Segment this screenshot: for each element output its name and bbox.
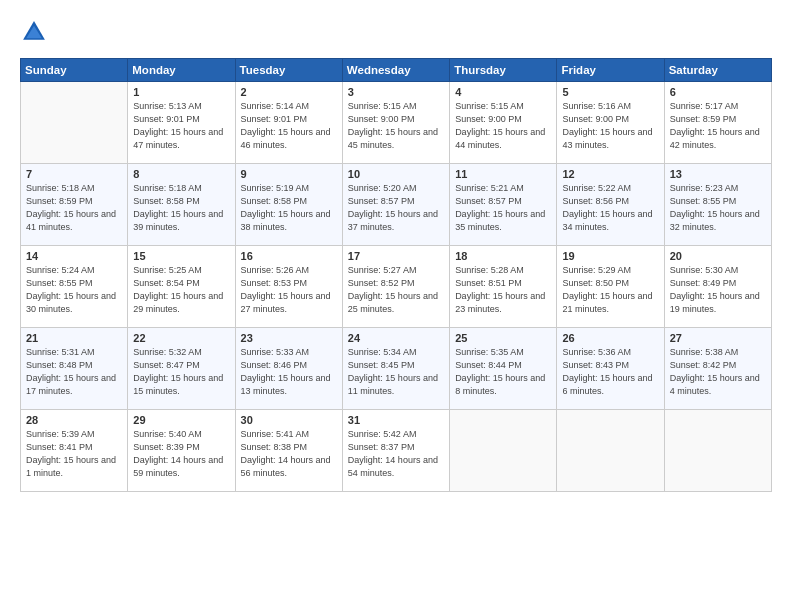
calendar-cell: 28Sunrise: 5:39 AMSunset: 8:41 PMDayligh… bbox=[21, 410, 128, 492]
cell-info: Sunrise: 5:27 AMSunset: 8:52 PMDaylight:… bbox=[348, 265, 438, 314]
cell-info: Sunrise: 5:41 AMSunset: 8:38 PMDaylight:… bbox=[241, 429, 331, 478]
day-number: 28 bbox=[26, 414, 122, 426]
calendar-cell: 5Sunrise: 5:16 AMSunset: 9:00 PMDaylight… bbox=[557, 82, 664, 164]
calendar-cell: 30Sunrise: 5:41 AMSunset: 8:38 PMDayligh… bbox=[235, 410, 342, 492]
header-cell-monday: Monday bbox=[128, 59, 235, 82]
week-row-1: 1Sunrise: 5:13 AMSunset: 9:01 PMDaylight… bbox=[21, 82, 772, 164]
cell-info: Sunrise: 5:30 AMSunset: 8:49 PMDaylight:… bbox=[670, 265, 760, 314]
calendar-cell: 23Sunrise: 5:33 AMSunset: 8:46 PMDayligh… bbox=[235, 328, 342, 410]
header-cell-sunday: Sunday bbox=[21, 59, 128, 82]
header-row: SundayMondayTuesdayWednesdayThursdayFrid… bbox=[21, 59, 772, 82]
calendar-cell: 26Sunrise: 5:36 AMSunset: 8:43 PMDayligh… bbox=[557, 328, 664, 410]
cell-info: Sunrise: 5:32 AMSunset: 8:47 PMDaylight:… bbox=[133, 347, 223, 396]
cell-info: Sunrise: 5:39 AMSunset: 8:41 PMDaylight:… bbox=[26, 429, 116, 478]
day-number: 5 bbox=[562, 86, 658, 98]
calendar-cell: 17Sunrise: 5:27 AMSunset: 8:52 PMDayligh… bbox=[342, 246, 449, 328]
cell-info: Sunrise: 5:19 AMSunset: 8:58 PMDaylight:… bbox=[241, 183, 331, 232]
calendar-cell: 25Sunrise: 5:35 AMSunset: 8:44 PMDayligh… bbox=[450, 328, 557, 410]
calendar-cell: 10Sunrise: 5:20 AMSunset: 8:57 PMDayligh… bbox=[342, 164, 449, 246]
calendar-cell: 4Sunrise: 5:15 AMSunset: 9:00 PMDaylight… bbox=[450, 82, 557, 164]
cell-info: Sunrise: 5:26 AMSunset: 8:53 PMDaylight:… bbox=[241, 265, 331, 314]
header-cell-saturday: Saturday bbox=[664, 59, 771, 82]
calendar-cell bbox=[21, 82, 128, 164]
calendar-cell: 8Sunrise: 5:18 AMSunset: 8:58 PMDaylight… bbox=[128, 164, 235, 246]
calendar-cell: 20Sunrise: 5:30 AMSunset: 8:49 PMDayligh… bbox=[664, 246, 771, 328]
cell-info: Sunrise: 5:17 AMSunset: 8:59 PMDaylight:… bbox=[670, 101, 760, 150]
calendar-cell: 27Sunrise: 5:38 AMSunset: 8:42 PMDayligh… bbox=[664, 328, 771, 410]
calendar-cell: 6Sunrise: 5:17 AMSunset: 8:59 PMDaylight… bbox=[664, 82, 771, 164]
day-number: 7 bbox=[26, 168, 122, 180]
calendar-cell: 18Sunrise: 5:28 AMSunset: 8:51 PMDayligh… bbox=[450, 246, 557, 328]
calendar-cell: 7Sunrise: 5:18 AMSunset: 8:59 PMDaylight… bbox=[21, 164, 128, 246]
day-number: 27 bbox=[670, 332, 766, 344]
week-row-4: 21Sunrise: 5:31 AMSunset: 8:48 PMDayligh… bbox=[21, 328, 772, 410]
cell-info: Sunrise: 5:22 AMSunset: 8:56 PMDaylight:… bbox=[562, 183, 652, 232]
cell-info: Sunrise: 5:24 AMSunset: 8:55 PMDaylight:… bbox=[26, 265, 116, 314]
day-number: 13 bbox=[670, 168, 766, 180]
cell-info: Sunrise: 5:20 AMSunset: 8:57 PMDaylight:… bbox=[348, 183, 438, 232]
cell-info: Sunrise: 5:15 AMSunset: 9:00 PMDaylight:… bbox=[455, 101, 545, 150]
day-number: 6 bbox=[670, 86, 766, 98]
calendar-table: SundayMondayTuesdayWednesdayThursdayFrid… bbox=[20, 58, 772, 492]
day-number: 10 bbox=[348, 168, 444, 180]
calendar-cell: 29Sunrise: 5:40 AMSunset: 8:39 PMDayligh… bbox=[128, 410, 235, 492]
cell-info: Sunrise: 5:13 AMSunset: 9:01 PMDaylight:… bbox=[133, 101, 223, 150]
calendar-cell bbox=[450, 410, 557, 492]
day-number: 15 bbox=[133, 250, 229, 262]
day-number: 8 bbox=[133, 168, 229, 180]
calendar-header: SundayMondayTuesdayWednesdayThursdayFrid… bbox=[21, 59, 772, 82]
page-container: SundayMondayTuesdayWednesdayThursdayFrid… bbox=[0, 0, 792, 502]
logo-icon bbox=[20, 18, 48, 46]
calendar-cell: 11Sunrise: 5:21 AMSunset: 8:57 PMDayligh… bbox=[450, 164, 557, 246]
calendar-cell: 12Sunrise: 5:22 AMSunset: 8:56 PMDayligh… bbox=[557, 164, 664, 246]
week-row-3: 14Sunrise: 5:24 AMSunset: 8:55 PMDayligh… bbox=[21, 246, 772, 328]
cell-info: Sunrise: 5:18 AMSunset: 8:58 PMDaylight:… bbox=[133, 183, 223, 232]
header-cell-tuesday: Tuesday bbox=[235, 59, 342, 82]
calendar-cell: 31Sunrise: 5:42 AMSunset: 8:37 PMDayligh… bbox=[342, 410, 449, 492]
cell-info: Sunrise: 5:40 AMSunset: 8:39 PMDaylight:… bbox=[133, 429, 223, 478]
day-number: 9 bbox=[241, 168, 337, 180]
day-number: 16 bbox=[241, 250, 337, 262]
day-number: 20 bbox=[670, 250, 766, 262]
calendar-cell: 2Sunrise: 5:14 AMSunset: 9:01 PMDaylight… bbox=[235, 82, 342, 164]
cell-info: Sunrise: 5:23 AMSunset: 8:55 PMDaylight:… bbox=[670, 183, 760, 232]
day-number: 29 bbox=[133, 414, 229, 426]
calendar-cell: 1Sunrise: 5:13 AMSunset: 9:01 PMDaylight… bbox=[128, 82, 235, 164]
day-number: 3 bbox=[348, 86, 444, 98]
day-number: 24 bbox=[348, 332, 444, 344]
cell-info: Sunrise: 5:31 AMSunset: 8:48 PMDaylight:… bbox=[26, 347, 116, 396]
calendar-cell bbox=[664, 410, 771, 492]
cell-info: Sunrise: 5:18 AMSunset: 8:59 PMDaylight:… bbox=[26, 183, 116, 232]
header-cell-wednesday: Wednesday bbox=[342, 59, 449, 82]
header-cell-friday: Friday bbox=[557, 59, 664, 82]
calendar-cell: 3Sunrise: 5:15 AMSunset: 9:00 PMDaylight… bbox=[342, 82, 449, 164]
cell-info: Sunrise: 5:36 AMSunset: 8:43 PMDaylight:… bbox=[562, 347, 652, 396]
cell-info: Sunrise: 5:38 AMSunset: 8:42 PMDaylight:… bbox=[670, 347, 760, 396]
week-row-5: 28Sunrise: 5:39 AMSunset: 8:41 PMDayligh… bbox=[21, 410, 772, 492]
day-number: 26 bbox=[562, 332, 658, 344]
cell-info: Sunrise: 5:25 AMSunset: 8:54 PMDaylight:… bbox=[133, 265, 223, 314]
day-number: 23 bbox=[241, 332, 337, 344]
calendar-cell: 9Sunrise: 5:19 AMSunset: 8:58 PMDaylight… bbox=[235, 164, 342, 246]
header-cell-thursday: Thursday bbox=[450, 59, 557, 82]
calendar-cell: 15Sunrise: 5:25 AMSunset: 8:54 PMDayligh… bbox=[128, 246, 235, 328]
header bbox=[20, 18, 772, 46]
cell-info: Sunrise: 5:42 AMSunset: 8:37 PMDaylight:… bbox=[348, 429, 438, 478]
calendar-cell: 24Sunrise: 5:34 AMSunset: 8:45 PMDayligh… bbox=[342, 328, 449, 410]
logo bbox=[20, 18, 52, 46]
calendar-body: 1Sunrise: 5:13 AMSunset: 9:01 PMDaylight… bbox=[21, 82, 772, 492]
cell-info: Sunrise: 5:16 AMSunset: 9:00 PMDaylight:… bbox=[562, 101, 652, 150]
week-row-2: 7Sunrise: 5:18 AMSunset: 8:59 PMDaylight… bbox=[21, 164, 772, 246]
calendar-cell: 16Sunrise: 5:26 AMSunset: 8:53 PMDayligh… bbox=[235, 246, 342, 328]
calendar-cell: 22Sunrise: 5:32 AMSunset: 8:47 PMDayligh… bbox=[128, 328, 235, 410]
day-number: 18 bbox=[455, 250, 551, 262]
day-number: 12 bbox=[562, 168, 658, 180]
cell-info: Sunrise: 5:21 AMSunset: 8:57 PMDaylight:… bbox=[455, 183, 545, 232]
day-number: 31 bbox=[348, 414, 444, 426]
day-number: 21 bbox=[26, 332, 122, 344]
calendar-cell: 14Sunrise: 5:24 AMSunset: 8:55 PMDayligh… bbox=[21, 246, 128, 328]
cell-info: Sunrise: 5:35 AMSunset: 8:44 PMDaylight:… bbox=[455, 347, 545, 396]
day-number: 25 bbox=[455, 332, 551, 344]
cell-info: Sunrise: 5:14 AMSunset: 9:01 PMDaylight:… bbox=[241, 101, 331, 150]
day-number: 4 bbox=[455, 86, 551, 98]
